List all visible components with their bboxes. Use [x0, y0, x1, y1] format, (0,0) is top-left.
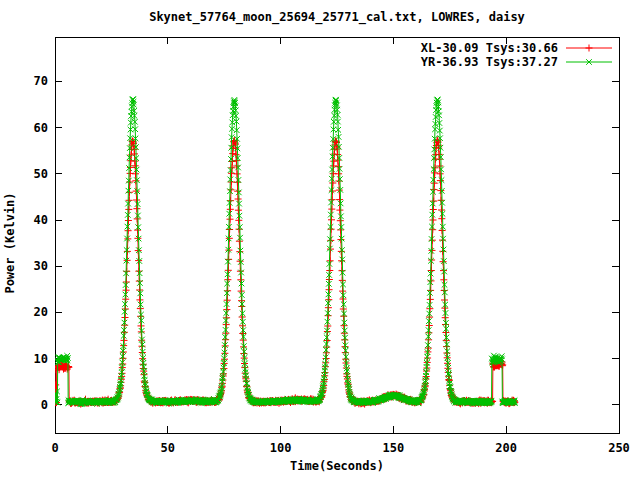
legend-sample-1: [566, 59, 612, 65]
y-tick-label: 50: [34, 167, 48, 181]
legend-entry-xl: XL-30.09 Tsys:30.66: [421, 41, 558, 55]
x-tick-label: 150: [383, 441, 405, 455]
y-tick-label: 0: [41, 398, 48, 412]
legend-sample-0: [566, 45, 612, 52]
y-tick-label: 70: [34, 74, 48, 88]
axis-ticks: [55, 37, 619, 433]
x-tick-label: 200: [495, 441, 517, 455]
y-axis-label: Power (Kelvin): [3, 192, 17, 293]
chart-generated-content: 050100150200250010203040506070: [34, 37, 630, 455]
y-tick-label: 20: [34, 305, 48, 319]
chart-canvas: Skynet_57764_moon_25694_25771_cal.txt, L…: [0, 0, 640, 480]
x-tick-label: 250: [608, 441, 630, 455]
x-tick-label: 0: [51, 441, 58, 455]
legend-entry-yr: YR-36.93 Tsys:37.27: [421, 55, 558, 69]
gnuplot-window: Skynet_57764_moon_25694_25771_cal.txt, L…: [0, 0, 640, 480]
plot-border: [55, 37, 619, 433]
chart-title: Skynet_57764_moon_25694_25771_cal.txt, L…: [149, 10, 525, 25]
y-tick-label: 40: [34, 213, 48, 227]
y-tick-label: 10: [34, 352, 48, 366]
x-tick-label: 50: [161, 441, 175, 455]
x-tick-label: 100: [270, 441, 292, 455]
x-axis-label: Time(Seconds): [290, 459, 384, 473]
y-tick-label: 60: [34, 121, 48, 135]
y-tick-label: 30: [34, 259, 48, 273]
